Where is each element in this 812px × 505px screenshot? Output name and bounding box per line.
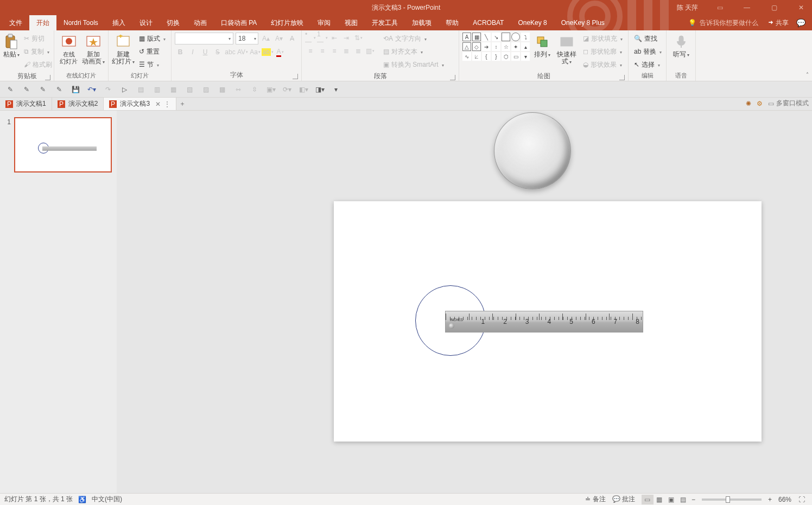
shape-connector[interactable]: ⤵ — [521, 33, 530, 41]
align-right-button[interactable]: ≡ — [329, 46, 340, 56]
align-center-button[interactable]: ≡ — [317, 46, 328, 56]
highlight-button[interactable]: ab — [262, 47, 273, 57]
decrease-indent-button[interactable]: ⇤ — [329, 33, 340, 43]
qat-save[interactable]: 💾 — [71, 85, 80, 94]
shape-star[interactable]: ☆ — [502, 42, 510, 51]
bold-button[interactable]: B — [175, 47, 186, 57]
align-left-button[interactable]: ≡ — [305, 46, 316, 56]
shape-arrow-line[interactable]: ↘ — [492, 33, 500, 41]
qat-align2[interactable]: ▥ — [152, 85, 162, 94]
reading-view-button[interactable]: ▣ — [665, 495, 677, 504]
doctab-2[interactable]: P 演示文稿2 — [52, 98, 104, 110]
shape-outline-button[interactable]: ◻形状轮廓 — [581, 46, 625, 57]
qat-align1[interactable]: ▤ — [136, 85, 145, 94]
shape-callout[interactable]: ✦ — [511, 42, 520, 51]
fit-to-window-button[interactable]: ⛶ — [796, 495, 808, 504]
addin-icon-2[interactable]: ⚙ — [757, 100, 763, 107]
change-case-button[interactable]: Aa — [250, 47, 261, 57]
user-name[interactable]: 陈 天萍 — [677, 3, 698, 12]
qat-eyedropper2[interactable]: ✎ — [22, 85, 31, 94]
slide-canvas[interactable]: INCHES 1 2 3 4 5 6 7 8 — [334, 201, 762, 442]
qat-eyedropper3[interactable]: ✎ — [38, 85, 48, 94]
tab-file[interactable]: 文件 — [2, 15, 29, 30]
clipboard-dialog-launcher[interactable] — [45, 75, 50, 80]
arrange-button[interactable]: 排列 — [532, 33, 553, 59]
tab-onekey8[interactable]: OneKey 8 — [511, 15, 554, 30]
status-language[interactable]: 中文(中国) — [92, 495, 122, 504]
convert-smartart-button[interactable]: ▣转换为 SmartArt — [381, 59, 446, 71]
tab-animations[interactable]: 动画 — [187, 15, 214, 30]
slide-editor[interactable]: INCHES 1 2 3 4 5 6 7 8 — [117, 111, 812, 493]
qat-eyedropper1[interactable]: ✎ — [5, 85, 15, 94]
grow-font-button[interactable]: A▴ — [261, 33, 271, 44]
online-slides-button[interactable]: 在线 幻灯片 — [58, 33, 80, 65]
tab-insert[interactable]: 插入 — [105, 15, 132, 30]
tell-me-search[interactable]: 💡 告诉我你想要做什么 — [688, 18, 758, 28]
shape-diamond[interactable]: ◇ — [472, 42, 481, 51]
tab-slideshow[interactable]: 幻灯片放映 — [264, 15, 310, 30]
font-color-button[interactable]: A — [275, 47, 286, 57]
shape-triangle[interactable]: △ — [462, 42, 471, 51]
shape-freeform[interactable]: ⟀ — [472, 52, 481, 61]
accessibility-icon[interactable]: ♿ — [78, 496, 86, 503]
reset-button[interactable]: ↺重置 — [137, 46, 168, 57]
qat-customize[interactable]: ▾ — [331, 85, 341, 94]
text-direction-button[interactable]: ⟲A文字方向 — [381, 33, 446, 44]
tab-help[interactable]: 帮助 — [439, 15, 466, 30]
qat-arrange1[interactable]: ◧▾ — [299, 85, 308, 94]
select-button[interactable]: ↖选择 — [632, 59, 664, 71]
tab-nordri[interactable]: Nordri Tools — [56, 15, 105, 30]
ruler-image[interactable]: INCHES 1 2 3 4 5 6 7 8 — [445, 311, 643, 333]
doctab-close-button[interactable]: ✕ — [155, 100, 161, 108]
shape-fill-button[interactable]: ◪形状填充 — [581, 33, 625, 44]
tab-design[interactable]: 设计 — [132, 15, 160, 30]
font-family-combo[interactable]: ▾ — [175, 33, 233, 44]
zoom-out-button[interactable]: − — [689, 496, 697, 503]
shape-picture[interactable]: ▦ — [472, 33, 481, 41]
columns-button[interactable]: ▥ — [365, 46, 376, 56]
paragraph-dialog-launcher[interactable] — [450, 75, 455, 80]
zoom-percent[interactable]: 66% — [778, 496, 791, 503]
comments-button[interactable]: 💬 批注 — [612, 495, 635, 504]
shape-curve[interactable]: ∿ — [462, 52, 471, 61]
zoom-slider[interactable] — [702, 498, 762, 501]
addin-icon-1[interactable]: ✺ — [746, 100, 751, 107]
qat-undo[interactable]: ↶▾ — [87, 85, 97, 94]
tab-pocket-anim[interactable]: 口袋动画 PA — [214, 15, 264, 30]
add-doctab-button[interactable]: ＋ — [176, 98, 188, 110]
qat-rotate[interactable]: ⟳▾ — [282, 85, 292, 94]
shapes-scroll-up[interactable]: ▴ — [521, 42, 530, 51]
underline-button[interactable]: U — [200, 47, 211, 57]
find-button[interactable]: 🔍查找 — [632, 33, 664, 44]
shape-oval[interactable] — [511, 33, 520, 41]
minimize-button[interactable]: — — [738, 4, 756, 11]
shapes-gallery[interactable]: A ▦ ╲ ↘ ⤵ △ ◇ ➔ ↕ ☆ ✦ ▴ ∿ ⟀ { } ⬡ ▭ ▾ — [462, 33, 530, 61]
section-button[interactable]: ☰节 — [137, 59, 168, 71]
layout-button[interactable]: ▦版式 — [137, 33, 168, 44]
replace-button[interactable]: ab替换 — [632, 46, 664, 57]
justify-button[interactable]: ≣ — [341, 46, 352, 56]
align-text-button[interactable]: ▤对齐文本 — [381, 46, 446, 57]
comments-icon[interactable]: 💬 — [796, 18, 805, 27]
strikethrough-button[interactable]: S̶ — [212, 47, 223, 57]
status-slide-indicator[interactable]: 幻灯片 第 1 张，共 1 张 — [4, 495, 73, 504]
qat-dist-v[interactable]: ⇳ — [250, 85, 259, 94]
distribute-button[interactable]: ≣ — [353, 46, 364, 56]
increase-indent-button[interactable]: ⇥ — [341, 33, 352, 43]
shape-brace-left[interactable]: { — [482, 52, 491, 61]
shape-effects-button[interactable]: ◒形状效果 — [581, 59, 625, 71]
shape-arrow-updown[interactable]: ↕ — [492, 42, 500, 51]
qat-align6[interactable]: ▩ — [217, 85, 227, 94]
shape-textbox[interactable]: A — [462, 33, 471, 41]
tab-review[interactable]: 审阅 — [310, 15, 338, 30]
multiwindow-button[interactable]: ▭ 多窗口模式 — [768, 99, 809, 108]
italic-button[interactable]: I — [187, 47, 198, 57]
tab-transitions[interactable]: 切换 — [160, 15, 187, 30]
qat-align5[interactable]: ▨ — [201, 85, 211, 94]
char-spacing-button[interactable]: AV — [237, 47, 248, 57]
bullets-button[interactable]: •— — [305, 33, 316, 43]
maximize-button[interactable]: ▢ — [765, 4, 783, 11]
formatpainter-button[interactable]: 🖌格式刷 — [22, 59, 54, 71]
tab-acrobat[interactable]: ACROBAT — [466, 15, 511, 30]
tab-view[interactable]: 视图 — [338, 15, 365, 30]
